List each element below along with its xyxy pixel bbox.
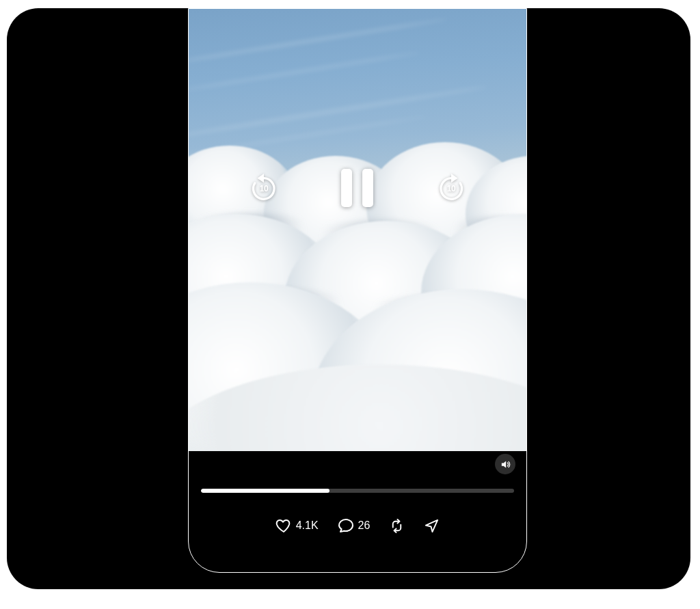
skip-forward-button[interactable]: 10 [437, 174, 466, 202]
app-frame: 10 10 [7, 8, 690, 589]
cloud-deck [189, 9, 526, 451]
progress-bar[interactable] [201, 489, 514, 493]
repost-button[interactable] [389, 518, 405, 534]
like-count: 4.1K [296, 519, 319, 532]
volume-icon [500, 459, 511, 470]
share-button[interactable] [424, 518, 440, 534]
progress-fill [201, 489, 329, 493]
comment-button[interactable]: 26 [338, 517, 371, 534]
like-button[interactable]: 4.1K [275, 517, 319, 534]
playback-controls: 10 10 [189, 167, 526, 208]
pause-icon [341, 169, 352, 207]
comment-count: 26 [358, 519, 371, 532]
comment-icon [338, 517, 354, 534]
phone-screen: 10 10 [188, 8, 527, 573]
heart-icon [275, 517, 292, 534]
video-content-sky [189, 9, 526, 451]
skip-back-button[interactable]: 10 [250, 174, 278, 202]
repost-icon [389, 518, 405, 534]
svg-marker-1 [451, 174, 458, 182]
skip-forward-seconds: 10 [437, 184, 466, 193]
engagement-row: 4.1K 26 [189, 512, 526, 539]
video-viewport[interactable]: 10 10 [189, 9, 526, 451]
svg-marker-0 [257, 174, 264, 182]
pause-button[interactable] [341, 169, 374, 207]
share-icon [424, 518, 440, 534]
skip-back-seconds: 10 [250, 184, 278, 193]
volume-button[interactable] [495, 454, 515, 474]
pause-icon [362, 169, 373, 207]
